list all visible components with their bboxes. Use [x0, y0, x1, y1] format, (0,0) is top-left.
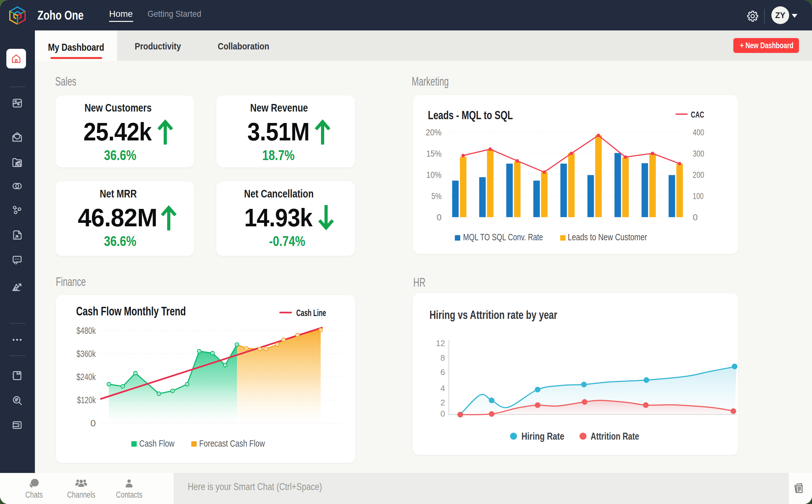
svg-text:300: 300	[693, 149, 704, 158]
svg-text:Cash Line: Cash Line	[296, 308, 326, 318]
svg-text:8: 8	[441, 353, 445, 363]
svg-text:Cash Flow: Cash Flow	[139, 438, 174, 449]
svg-text:0: 0	[90, 418, 96, 428]
svg-text:Hiring vs Attrition rate by ye: Hiring vs Attrition rate by year	[430, 308, 557, 321]
svg-text:6: 6	[441, 367, 445, 377]
svg-text:Hiring Rate: Hiring Rate	[522, 430, 564, 442]
svg-text:0: 0	[441, 409, 445, 418]
svg-text:Cash Flow Monthly Trend: Cash Flow Monthly Trend	[76, 305, 186, 318]
svg-text:Leads - MQL to SQL: Leads - MQL to SQL	[428, 109, 513, 122]
svg-text:Leads to New Customer: Leads to New Customer	[568, 232, 647, 242]
svg-text:$360k: $360k	[76, 349, 96, 359]
svg-text:400: 400	[693, 127, 704, 137]
svg-text:20%: 20%	[426, 127, 442, 137]
svg-text:Attrition Rate: Attrition Rate	[591, 430, 639, 442]
svg-text:5%: 5%	[432, 191, 442, 201]
svg-text:10%: 10%	[426, 170, 442, 180]
svg-text:15%: 15%	[426, 149, 442, 158]
svg-text:Forecast Cash Flow: Forecast Cash Flow	[199, 438, 265, 449]
svg-text:CAC: CAC	[691, 110, 704, 120]
svg-text:12: 12	[436, 339, 445, 348]
svg-text:200: 200	[693, 170, 704, 180]
svg-text:100: 100	[693, 191, 704, 201]
svg-text:0: 0	[437, 212, 442, 222]
svg-text:2: 2	[441, 398, 445, 407]
svg-text:$240k: $240k	[76, 372, 96, 382]
svg-text:$120k: $120k	[77, 395, 96, 405]
svg-text:0: 0	[693, 212, 698, 222]
svg-text:4: 4	[441, 384, 445, 393]
svg-text:MQL TO SQL Conv. Rate: MQL TO SQL Conv. Rate	[463, 232, 543, 242]
svg-text:$480k: $480k	[76, 326, 96, 336]
